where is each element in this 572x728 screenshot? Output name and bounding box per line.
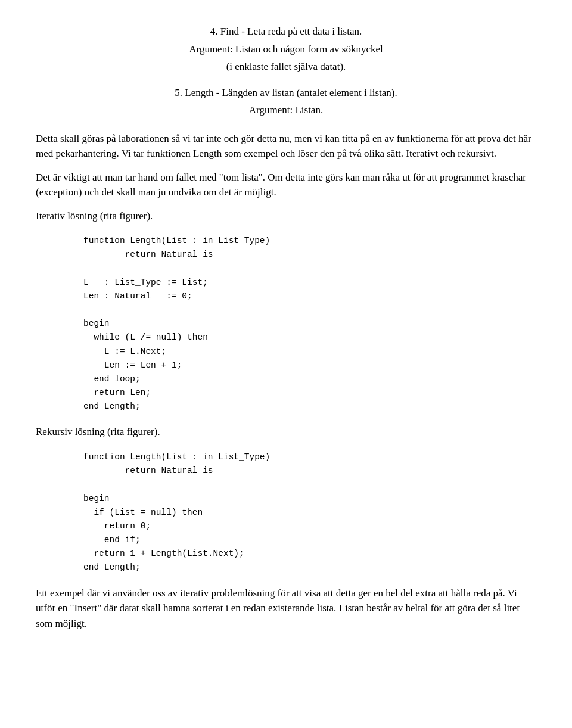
item5-title: 5. Length - Längden av listan (antalet e… (36, 85, 536, 101)
rekursiv-code-block: function Length(List : in List_Type) ret… (83, 450, 536, 575)
paragraph3: Ett exempel där vi använder oss av itera… (36, 586, 536, 631)
item4-subtitle2: (i enklaste fallet själva datat). (36, 59, 536, 74)
paragraph1: Detta skall göras på laborationen så vi … (36, 131, 536, 161)
item5-heading: 5. Length - Längden av listan (antalet e… (36, 85, 536, 118)
iterativ-label: Iterativ lösning (rita figurer). (36, 209, 536, 224)
item4-subtitle1: Argument: Listan och någon form av sökny… (36, 42, 536, 57)
item4-heading: 4. Find - Leta reda på ett data i listan… (36, 24, 536, 74)
item5-subtitle: Argument: Listan. (36, 102, 536, 118)
iterativ-code-block: function Length(List : in List_Type) ret… (83, 234, 536, 413)
item4-title: 4. Find - Leta reda på ett data i listan… (36, 24, 536, 39)
rekursiv-label: Rekursiv lösning (rita figurer). (36, 424, 536, 440)
paragraph2: Det är viktigt att man tar hand om falle… (36, 170, 536, 200)
page-content: 4. Find - Leta reda på ett data i listan… (36, 24, 536, 631)
